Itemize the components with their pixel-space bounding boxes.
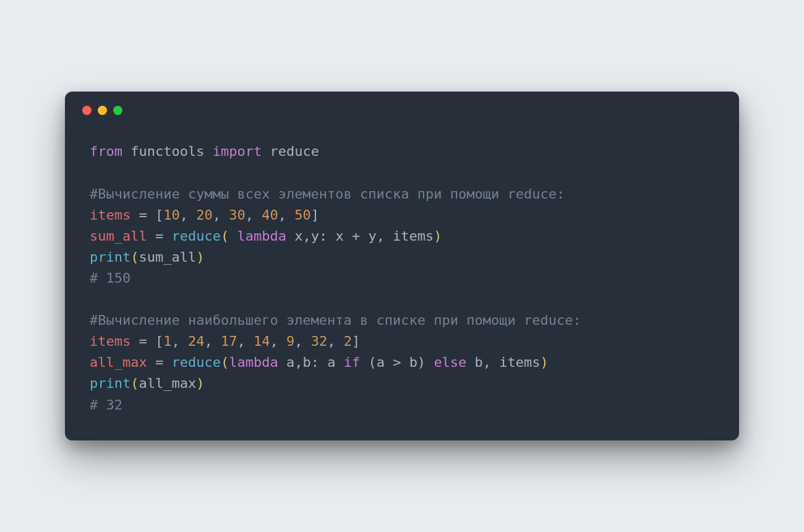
comma: , <box>246 207 262 223</box>
number-literal: 14 <box>254 333 270 349</box>
paren-close: ) <box>434 228 442 244</box>
paren-open: ( <box>130 249 139 265</box>
comma: , <box>213 207 229 223</box>
window-titlebar <box>65 92 739 129</box>
paren-close: ) <box>196 375 204 391</box>
keyword-else: else <box>434 354 466 370</box>
fn-reduce: reduce <box>171 228 220 244</box>
number-literal: 10 <box>163 207 180 223</box>
comment-line: #Вычисление суммы всех элементов списка … <box>90 186 565 202</box>
number-literal: 17 <box>221 333 237 349</box>
paren-open: ( <box>221 354 229 370</box>
space <box>204 144 212 159</box>
close-icon[interactable] <box>82 106 92 115</box>
maximize-icon[interactable] <box>113 106 122 115</box>
assign-open: = [ <box>130 333 163 349</box>
assign: = <box>147 354 172 370</box>
import-name: reduce <box>270 144 319 159</box>
comma: , <box>180 207 197 223</box>
fn-print: print <box>90 249 130 265</box>
number-literal: 30 <box>229 207 246 223</box>
assign-open: = [ <box>130 207 163 223</box>
minimize-icon[interactable] <box>98 106 107 115</box>
space <box>262 144 270 159</box>
comma: , <box>327 333 344 349</box>
paren-open: ( <box>221 228 237 244</box>
paren-close: ) <box>541 354 549 370</box>
arg-all-max: all_max <box>139 375 196 391</box>
comma: , <box>204 333 221 349</box>
keyword-lambda: lambda <box>237 228 286 244</box>
close-bracket: ] <box>352 333 360 349</box>
module-name: functools <box>130 144 204 159</box>
paren-open: ( <box>130 375 139 391</box>
fn-print: print <box>90 375 130 391</box>
lambda-body: x,y: x + y, items <box>286 228 434 244</box>
number-literal: 32 <box>311 333 328 349</box>
lambda-part: b, items <box>466 354 540 370</box>
number-literal: 24 <box>188 333 205 349</box>
paren-close: ) <box>196 249 204 265</box>
lambda-part: (a > b) <box>360 354 434 370</box>
var-items: items <box>90 333 130 349</box>
comma: , <box>270 333 286 349</box>
number-literal: 20 <box>196 207 213 223</box>
lambda-part: a,b: a <box>278 354 344 370</box>
comma: , <box>278 207 295 223</box>
number-literal: 50 <box>294 207 311 223</box>
keyword-import: import <box>213 144 262 159</box>
var-items: items <box>90 207 130 223</box>
comment-line: # 150 <box>90 270 130 286</box>
comma: , <box>237 333 254 349</box>
assign: = <box>147 228 172 244</box>
keyword-if: if <box>344 354 361 370</box>
fn-reduce: reduce <box>171 354 220 370</box>
keyword-lambda: lambda <box>229 354 278 370</box>
var-all-max: all_max <box>90 354 147 370</box>
comma: , <box>294 333 311 349</box>
number-literal: 40 <box>262 207 278 223</box>
comment-line: # 32 <box>90 397 122 413</box>
number-literal: 9 <box>286 333 294 349</box>
number-literal: 1 <box>163 333 171 349</box>
keyword-from: from <box>90 144 122 159</box>
close-bracket: ] <box>311 207 319 223</box>
space <box>122 144 130 159</box>
comma: , <box>171 333 188 349</box>
number-literal: 2 <box>344 333 352 349</box>
code-block: from functools import reduce #Вычисление… <box>65 129 739 415</box>
code-window: from functools import reduce #Вычисление… <box>65 92 739 440</box>
comment-line: #Вычисление наибольшего элемента в списк… <box>90 312 581 328</box>
arg-sum-all: sum_all <box>139 249 196 265</box>
var-sum-all: sum_all <box>90 228 147 244</box>
